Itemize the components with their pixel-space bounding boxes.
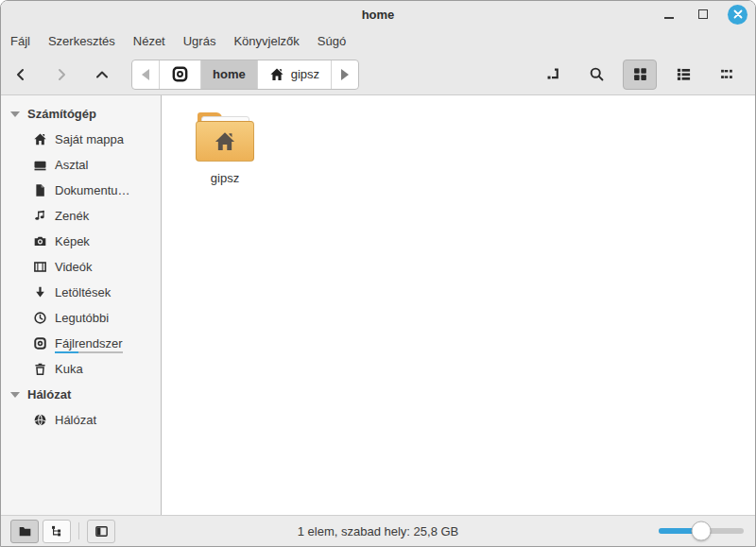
film-icon (32, 260, 47, 275)
up-button[interactable] (94, 66, 111, 83)
sidebar-item-label: Képek (55, 234, 90, 248)
list-view-button[interactable] (666, 60, 700, 90)
breadcrumb-label: home (213, 67, 246, 81)
music-icon (32, 209, 47, 224)
treeview-sidebar-button[interactable] (43, 520, 71, 543)
grid-view-button[interactable] (623, 60, 657, 90)
file-label: gipsz (211, 171, 239, 185)
camera-icon (32, 234, 47, 249)
tree-icon (50, 524, 64, 538)
menu-edit[interactable]: Szerkesztés (48, 34, 115, 48)
document-icon (32, 183, 47, 198)
chevron-left-icon (13, 67, 28, 82)
section-label: Számítógép (27, 107, 96, 121)
sidebar-item-home[interactable]: Saját mappa (1, 127, 161, 152)
maximize-button[interactable] (694, 5, 713, 24)
trash-icon (32, 362, 47, 377)
content-area: Számítógép Saját mappa Asztal Dokumentu… (1, 95, 755, 515)
sidebar-item-documents[interactable]: Dokumentu… (1, 178, 161, 203)
list-view-icon (676, 66, 692, 82)
chevron-right-icon (54, 67, 69, 82)
compact-view-icon (719, 66, 735, 82)
folder-icon (18, 524, 32, 538)
zoom-slider[interactable] (659, 521, 744, 541)
sidebar-item-label: Zenék (55, 209, 89, 223)
compact-view-button[interactable] (710, 60, 744, 90)
menu-go[interactable]: Ugrás (183, 34, 216, 48)
sidebar-item-label: Hálózat (55, 413, 96, 427)
maximize-icon (698, 9, 708, 19)
sidebar-item-recent[interactable]: Legutóbbi (1, 305, 161, 331)
nav-buttons (12, 66, 111, 83)
zoom-slider-track[interactable] (659, 528, 744, 534)
breadcrumb-scroll-right[interactable] (332, 60, 358, 89)
close-button[interactable] (728, 5, 747, 25)
breadcrumb-filesystem-button[interactable] (160, 60, 201, 89)
breadcrumb-scroll-left[interactable] (132, 60, 160, 89)
sidebar-item-label: Legutóbbi (55, 311, 109, 325)
search-icon (589, 66, 605, 82)
breadcrumb: home gipsz (131, 60, 359, 90)
grid-view-icon (632, 66, 648, 82)
sidebar-item-label: Dokumentu… (55, 183, 129, 197)
home-emblem-icon (212, 129, 238, 154)
titlebar: home (1, 1, 755, 27)
sidebar-item-trash[interactable]: Kuka (1, 356, 161, 382)
breadcrumb-segment-home[interactable]: home (201, 60, 258, 89)
globe-icon (32, 413, 47, 428)
minimize-button[interactable] (660, 5, 679, 24)
drive-icon (32, 336, 47, 351)
sidebar-item-label: Saját mappa (55, 132, 124, 146)
minimize-icon (664, 17, 674, 19)
chevron-up-icon (94, 67, 110, 82)
download-arrow-icon (32, 285, 47, 300)
toolbar: home gipsz (1, 54, 755, 95)
menu-help[interactable]: Súgó (318, 34, 346, 48)
menu-view[interactable]: Nézet (133, 34, 165, 48)
file-item-gipsz[interactable]: gipsz (194, 112, 256, 185)
breadcrumb-segment-gipsz[interactable]: gipsz (258, 60, 332, 89)
search-button[interactable] (579, 60, 613, 90)
folder-home-icon (196, 112, 254, 162)
menu-file[interactable]: Fájl (10, 34, 30, 48)
sidebar: Számítógép Saját mappa Asztal Dokumentu… (1, 95, 162, 515)
file-manager-window: home Fájl Szerkesztés Nézet Ugrás Könyvj… (0, 0, 756, 547)
sidebar-item-label: Letöltések (55, 285, 111, 299)
menu-bookmarks[interactable]: Könyvjelzők (233, 34, 299, 48)
sidebar-toggle-icon (94, 524, 109, 538)
sidebar-item-label: Videók (55, 260, 93, 274)
folder-body (196, 121, 254, 162)
sidebar-item-filesystem[interactable]: Fájlrendszer (1, 331, 161, 356)
sidebar-item-music[interactable]: Zenék (1, 203, 161, 229)
forward-button[interactable] (53, 66, 70, 83)
triangle-left-icon (142, 69, 149, 80)
sidebar-section-computer[interactable]: Számítógép (1, 101, 161, 127)
sidebar-item-videos[interactable]: Videók (1, 254, 161, 280)
sidebar-item-pictures[interactable]: Képek (1, 229, 161, 254)
file-view[interactable]: gipsz (162, 95, 755, 515)
sidebar-item-network[interactable]: Hálózat (1, 407, 161, 433)
sidebar-item-label: Asztal (55, 158, 88, 172)
clock-icon (32, 311, 47, 326)
sidebar-section-network[interactable]: Hálózat (1, 382, 161, 407)
edit-location-icon (545, 66, 561, 82)
places-sidebar-button[interactable] (10, 520, 39, 543)
home-icon (32, 132, 47, 147)
desktop-icon (32, 158, 47, 173)
back-button[interactable] (12, 66, 29, 83)
sidebar-item-label: Kuka (55, 362, 83, 376)
collapse-triangle-icon (10, 392, 20, 398)
close-icon (733, 9, 743, 19)
zoom-slider-thumb[interactable] (692, 521, 712, 541)
sidebar-item-desktop[interactable]: Asztal (1, 152, 161, 178)
window-title: home (1, 8, 755, 22)
statusbar-separator (78, 522, 79, 539)
statusbar: 1 elem, szabad hely: 25,8 GB (1, 515, 755, 546)
sidebar-item-label-with-usage-bar: Fájlrendszer (55, 336, 123, 350)
toggle-location-entry-button[interactable] (536, 60, 570, 90)
sidebar-item-downloads[interactable]: Letöltések (1, 280, 161, 305)
toggle-sidebar-button[interactable] (87, 520, 115, 543)
window-controls (660, 5, 747, 25)
menubar: Fájl Szerkesztés Nézet Ugrás Könyvjelzők… (1, 27, 755, 54)
toolbar-right (536, 60, 744, 90)
